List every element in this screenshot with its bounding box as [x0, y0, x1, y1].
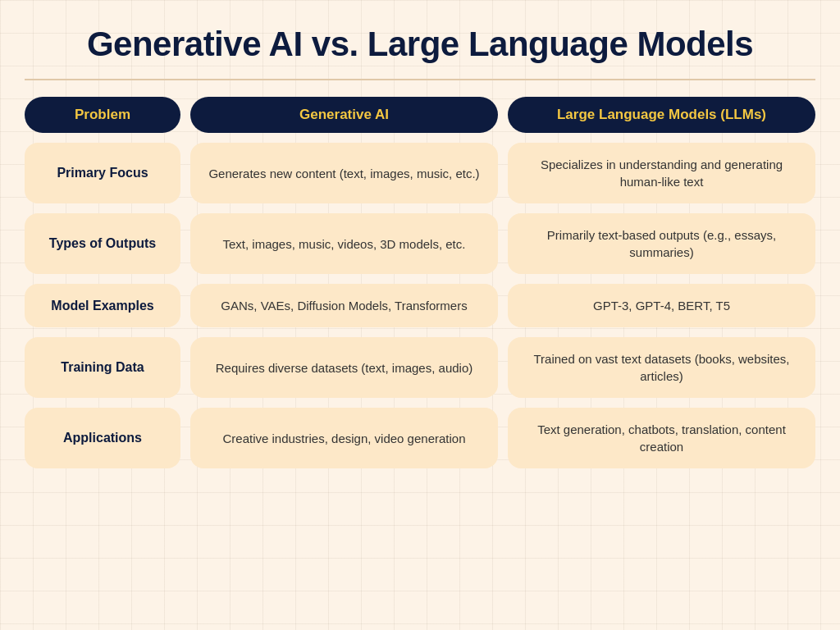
- table-row: Types of Outputs Text, images, music, vi…: [25, 213, 815, 274]
- table-header-row: Problem Generative AI Large Language Mod…: [25, 97, 815, 133]
- cell-model-examples-llm: GPT-3, GPT-4, BERT, T5: [508, 284, 815, 327]
- header-llm: Large Language Models (LLMs): [508, 97, 815, 133]
- cell-types-outputs-llm: Primarily text-based outputs (e.g., essa…: [508, 213, 815, 274]
- table-row: Primary Focus Generates new content (tex…: [25, 143, 815, 203]
- label-types-outputs: Types of Outputs: [25, 213, 180, 274]
- cell-primary-focus-llm: Specializes in understanding and generat…: [508, 143, 815, 203]
- cell-applications-genai: Creative industries, design, video gener…: [190, 408, 498, 468]
- cell-training-data-llm: Trained on vast text datasets (books, we…: [508, 337, 815, 398]
- cell-training-data-genai: Requires diverse datasets (text, images,…: [190, 337, 498, 398]
- cell-primary-focus-genai: Generates new content (text, images, mus…: [190, 143, 498, 203]
- comparison-table: Problem Generative AI Large Language Mod…: [25, 97, 815, 468]
- table-row: Model Examples GANs, VAEs, Diffusion Mod…: [25, 284, 815, 327]
- label-primary-focus: Primary Focus: [25, 143, 180, 203]
- header-problem: Problem: [25, 97, 180, 133]
- table-row: Applications Creative industries, design…: [25, 408, 815, 468]
- cell-types-outputs-genai: Text, images, music, videos, 3D models, …: [190, 213, 498, 274]
- divider: [25, 79, 815, 80]
- page-wrapper: Generative AI vs. Large Language Models …: [0, 0, 840, 630]
- label-applications: Applications: [25, 408, 180, 468]
- label-model-examples: Model Examples: [25, 284, 180, 327]
- cell-applications-llm: Text generation, chatbots, translation, …: [508, 408, 815, 468]
- table-row: Training Data Requires diverse datasets …: [25, 337, 815, 398]
- page-title: Generative AI vs. Large Language Models: [25, 16, 815, 79]
- header-generative-ai: Generative AI: [190, 97, 498, 133]
- cell-model-examples-genai: GANs, VAEs, Diffusion Models, Transforme…: [190, 284, 498, 327]
- label-training-data: Training Data: [25, 337, 180, 398]
